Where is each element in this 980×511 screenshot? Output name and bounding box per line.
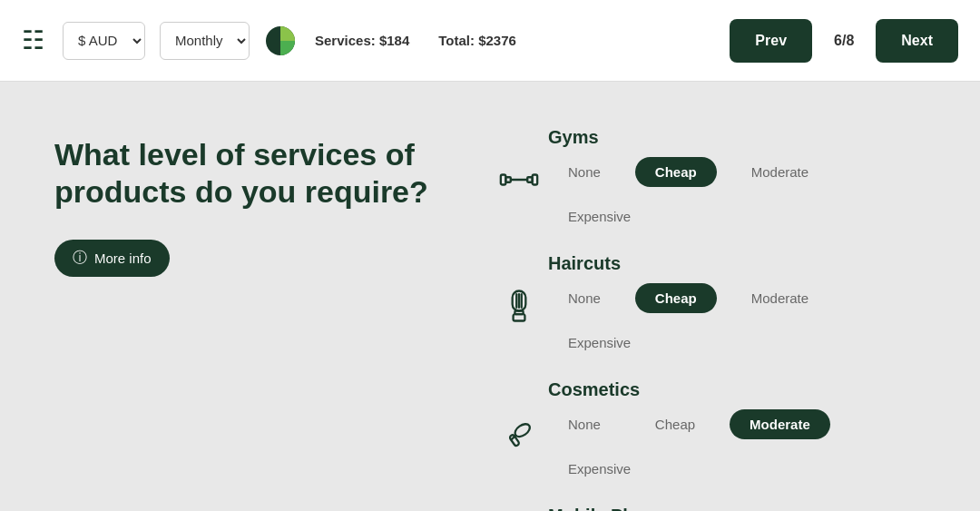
calculator-icon: ☷ [22,25,44,55]
services-info: Services: $184 [315,33,409,48]
haircuts-options: None Cheap Moderate Expensive [548,283,926,358]
service-content-mobile-plan: Mobile Plan None Cheap Moderate Expensiv… [548,506,926,511]
gyms-expensive[interactable]: Expensive [548,201,651,231]
next-button[interactable]: Next [876,19,958,63]
question-title: What level of services of products do yo… [54,136,436,211]
mobile-plan-label: Mobile Plan [548,506,926,511]
haircuts-moderate[interactable]: Moderate [731,283,828,313]
right-panel: Gyms None Cheap Moderate Expensive [490,118,926,511]
currency-select[interactable]: $ AUD $ USD £ GBP € EUR [63,22,145,60]
service-row-haircuts: Haircuts None Cheap Moderate Expensive [490,253,926,358]
gyms-cheap[interactable]: Cheap [635,157,717,187]
cosmetics-icon [499,412,539,452]
main-content: What level of services of products do yo… [0,82,980,511]
haircuts-none[interactable]: None [548,283,621,313]
service-row-cosmetics: Cosmetics None Cheap Moderate Expensive [490,379,926,484]
prev-button[interactable]: Prev [730,19,812,63]
gyms-label: Gyms [548,127,926,148]
total-info: Total: $2376 [438,33,516,48]
period-select[interactable]: Monthly Weekly Yearly [160,22,250,60]
cosmetics-expensive[interactable]: Expensive [548,454,651,484]
cosmetics-none[interactable]: None [548,409,621,439]
cosmetics-label: Cosmetics [548,379,926,400]
more-info-label: More info [94,251,152,266]
cosmetics-cheap[interactable]: Cheap [635,409,715,439]
gyms-none[interactable]: None [548,157,621,187]
haircuts-cheap[interactable]: Cheap [635,283,717,313]
left-panel: What level of services of products do yo… [54,118,436,277]
haircuts-expensive[interactable]: Expensive [548,328,651,358]
svg-rect-8 [514,314,525,320]
haircut-icon [499,286,539,326]
cosmetics-options: None Cheap Moderate Expensive [548,409,926,484]
service-content-cosmetics: Cosmetics None Cheap Moderate Expensive [548,379,926,484]
more-info-button[interactable]: ⓘ More info [54,240,170,277]
header-bar: ☷ $ AUD $ USD £ GBP € EUR Monthly Weekly… [0,0,980,82]
dumbbell-icon [499,160,539,200]
info-icon: ⓘ [73,249,87,268]
gyms-options: None Cheap Moderate Expensive [548,157,926,231]
service-row-mobile-plan: Mobile Plan None Cheap Moderate Expensiv… [490,506,926,511]
service-content-gyms: Gyms None Cheap Moderate Expensive [548,127,926,231]
page-indicator: 6/8 [834,33,854,49]
total-label: Total: [438,33,475,48]
total-value: $2376 [478,33,516,48]
haircuts-label: Haircuts [548,253,926,274]
service-row-gyms: Gyms None Cheap Moderate Expensive [490,127,926,231]
gyms-moderate[interactable]: Moderate [731,157,828,187]
services-value: $184 [379,33,409,48]
service-content-haircuts: Haircuts None Cheap Moderate Expensive [548,253,926,358]
cosmetics-moderate[interactable]: Moderate [730,409,830,439]
pie-chart-icon [264,25,297,57]
svg-rect-4 [533,174,538,184]
services-label: Services: [315,33,376,48]
